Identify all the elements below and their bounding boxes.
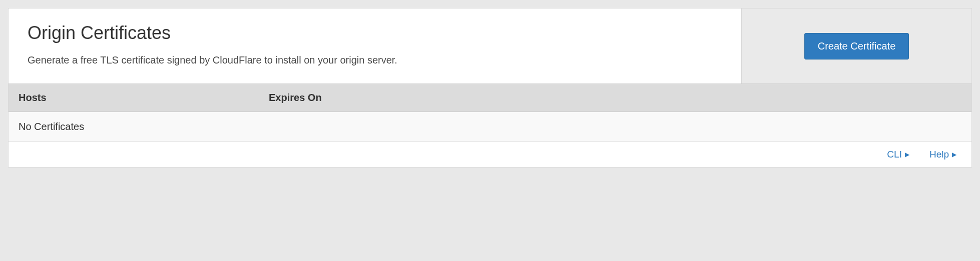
- cli-link-label: CLI: [887, 149, 902, 160]
- card-description: Generate a free TLS certificate signed b…: [28, 52, 722, 68]
- create-certificate-button[interactable]: Create Certificate: [804, 33, 909, 60]
- cli-link[interactable]: CLI ▶: [887, 149, 909, 160]
- chevron-right-icon: ▶: [952, 151, 956, 158]
- chevron-right-icon: ▶: [905, 151, 909, 158]
- origin-certificates-card: Origin Certificates Generate a free TLS …: [8, 8, 972, 168]
- table-body: No Certificates: [9, 112, 971, 142]
- card-footer: CLI ▶ Help ▶: [9, 142, 971, 167]
- card-header-info: Origin Certificates Generate a free TLS …: [9, 8, 741, 84]
- table-header: Hosts Expires On: [9, 84, 971, 112]
- card-title: Origin Certificates: [28, 22, 722, 44]
- help-link-label: Help: [929, 149, 949, 160]
- card-header-action: Create Certificate: [741, 8, 971, 84]
- column-header-hosts: Hosts: [9, 92, 269, 104]
- column-header-expires: Expires On: [269, 92, 971, 104]
- empty-state-text: No Certificates: [19, 121, 961, 132]
- card-header: Origin Certificates Generate a free TLS …: [9, 8, 971, 84]
- help-link[interactable]: Help ▶: [929, 149, 956, 160]
